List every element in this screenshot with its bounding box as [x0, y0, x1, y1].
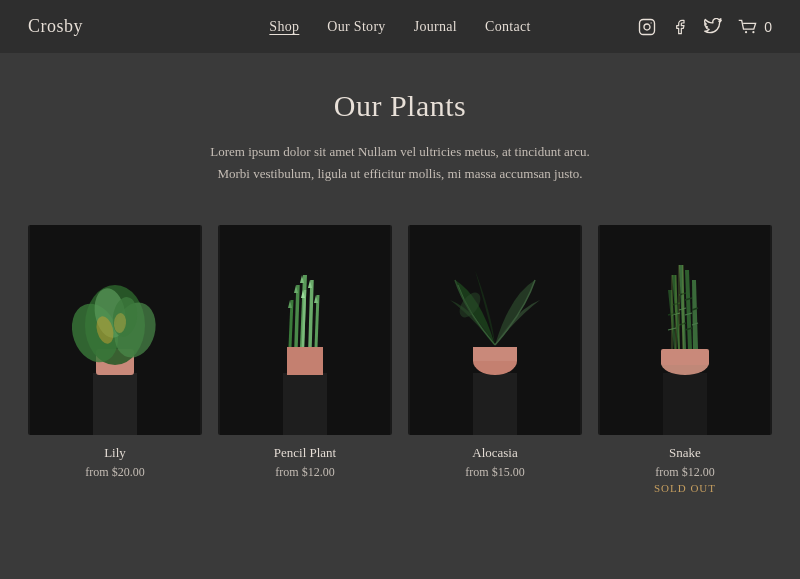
- facebook-button[interactable]: [672, 18, 688, 36]
- svg-rect-16: [283, 373, 327, 435]
- svg-rect-31: [473, 373, 517, 435]
- product-snake-price: from $12.00: [598, 465, 772, 480]
- main-nav: Shop Our Story Journal Contact: [269, 19, 530, 35]
- snake-plant-svg: [600, 225, 770, 435]
- product-lily-name: Lily: [28, 445, 202, 461]
- twitter-button[interactable]: [704, 18, 722, 36]
- facebook-icon: [672, 18, 688, 36]
- alocasia-plant-svg: [410, 225, 580, 435]
- hero-description: Lorem ipsum dolor sit amet Nullam vel ul…: [200, 141, 600, 185]
- product-pencil[interactable]: Pencil Plant from $12.00: [210, 225, 400, 500]
- svg-line-20: [310, 280, 312, 347]
- product-snake[interactable]: Snake from $12.00 SOLD OUT: [590, 225, 780, 500]
- svg-point-2: [651, 22, 652, 23]
- cart-icon-alt: [738, 19, 760, 35]
- svg-rect-17: [287, 347, 323, 375]
- hero-title: Our Plants: [20, 89, 780, 123]
- product-lily-info: Lily from $20.00: [28, 435, 202, 486]
- nav-contact[interactable]: Contact: [485, 19, 531, 35]
- cart-button[interactable]: 0: [738, 19, 772, 35]
- product-pencil-info: Pencil Plant from $12.00: [218, 435, 392, 486]
- pencil-plant-svg: [220, 225, 390, 435]
- product-alocasia[interactable]: Alocasia from $15.00: [400, 225, 590, 500]
- product-pencil-name: Pencil Plant: [218, 445, 392, 461]
- hero-section: Our Plants Lorem ipsum dolor sit amet Nu…: [0, 53, 800, 213]
- product-alocasia-image: [408, 225, 582, 435]
- svg-rect-6: [93, 373, 137, 435]
- nav-shop[interactable]: Shop: [269, 19, 299, 35]
- instagram-icon: [638, 18, 656, 36]
- instagram-button[interactable]: [638, 18, 656, 36]
- svg-point-3: [745, 31, 747, 33]
- nav-journal[interactable]: Journal: [414, 19, 457, 35]
- svg-rect-33: [473, 347, 517, 361]
- svg-rect-0: [640, 19, 655, 34]
- products-grid: Lily from $20.00: [0, 225, 800, 500]
- svg-rect-36: [663, 373, 707, 435]
- product-lily[interactable]: Lily from $20.00: [20, 225, 210, 500]
- cart-count: 0: [764, 19, 772, 35]
- svg-line-19: [296, 285, 298, 347]
- product-pencil-image: [218, 225, 392, 435]
- svg-rect-38: [661, 349, 709, 365]
- site-header: Crosby Shop Our Story Journal Contact: [0, 0, 800, 53]
- product-lily-price: from $20.00: [28, 465, 202, 480]
- product-snake-name: Snake: [598, 445, 772, 461]
- site-logo[interactable]: Crosby: [28, 16, 83, 37]
- product-alocasia-name: Alocasia: [408, 445, 582, 461]
- product-snake-image: [598, 225, 772, 435]
- product-alocasia-info: Alocasia from $15.00: [408, 435, 582, 486]
- product-snake-sold-out: SOLD OUT: [598, 482, 772, 494]
- product-lily-image: [28, 225, 202, 435]
- product-snake-info: Snake from $12.00 SOLD OUT: [598, 435, 772, 500]
- svg-point-4: [753, 31, 755, 33]
- svg-point-1: [644, 24, 650, 30]
- lily-plant-svg: [30, 225, 200, 435]
- header-actions: 0: [638, 18, 772, 36]
- twitter-icon: [704, 18, 722, 36]
- nav-our-story[interactable]: Our Story: [327, 19, 385, 35]
- product-pencil-price: from $12.00: [218, 465, 392, 480]
- product-alocasia-price: from $15.00: [408, 465, 582, 480]
